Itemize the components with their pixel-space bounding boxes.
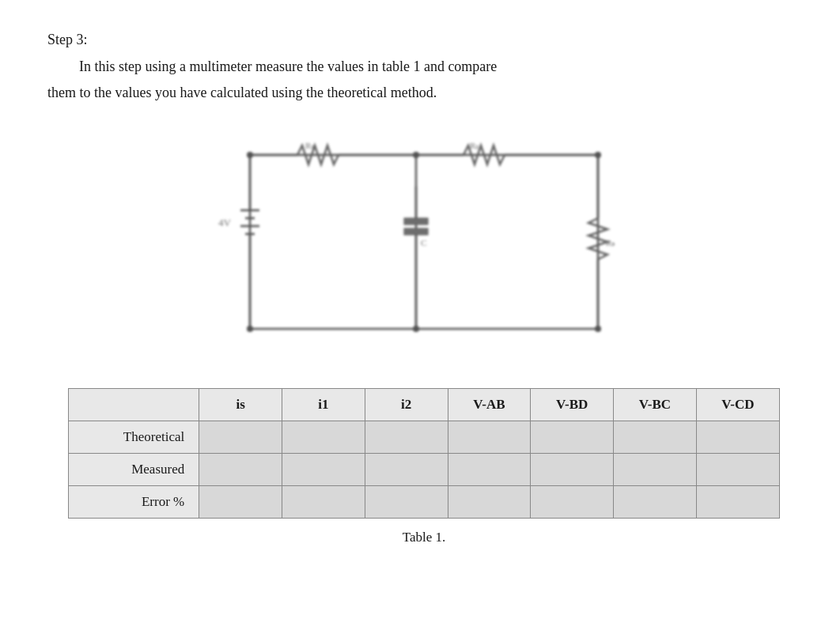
- svg-point-26: [247, 326, 253, 332]
- header-i2: i2: [365, 389, 448, 421]
- step-heading: Step 3:: [47, 32, 800, 48]
- table-cell: [365, 486, 448, 519]
- table-cell: [614, 421, 697, 454]
- table-caption: Table 1.: [403, 530, 446, 545]
- table-cell: [696, 454, 779, 486]
- step-body-line1: In this step using a multimeter measure …: [47, 56, 800, 77]
- table-cell: [365, 421, 448, 454]
- table-cell: [531, 454, 614, 486]
- table-cell: [199, 486, 282, 519]
- table-cell: [199, 421, 282, 454]
- table-cell: [282, 486, 365, 519]
- row-label: Error %: [69, 486, 199, 519]
- svg-point-27: [413, 326, 419, 332]
- svg-point-24: [413, 152, 419, 158]
- svg-point-25: [595, 152, 601, 158]
- svg-text:4V: 4V: [218, 217, 232, 228]
- circuit-diagram: 4V R₁ R₂ R₃ C: [195, 119, 653, 364]
- svg-rect-8: [404, 228, 428, 235]
- header-vab: V-AB: [448, 389, 531, 421]
- table-cell: [531, 421, 614, 454]
- table-cell: [448, 486, 531, 519]
- header-vcd: V-CD: [696, 389, 779, 421]
- table-cell: [614, 486, 697, 519]
- table-cell: [448, 454, 531, 486]
- svg-point-23: [247, 152, 253, 158]
- table-section: is i1 i2 V-AB V-BD V-BC V-CD Theoretical…: [68, 388, 780, 545]
- table-cell: [531, 486, 614, 519]
- svg-point-28: [595, 326, 601, 332]
- table-row: Error %: [69, 486, 780, 519]
- header-is: is: [199, 389, 282, 421]
- svg-text:R₃: R₃: [606, 238, 615, 247]
- table-cell: [282, 421, 365, 454]
- svg-rect-7: [404, 218, 428, 224]
- table-cell: [448, 421, 531, 454]
- table-cell: [614, 454, 697, 486]
- table-cell: [365, 454, 448, 486]
- svg-text:R₁: R₁: [305, 141, 314, 150]
- svg-text:C: C: [421, 238, 426, 247]
- table-cell: [199, 454, 282, 486]
- table-row: Theoretical: [69, 421, 780, 454]
- row-label: Theoretical: [69, 421, 199, 454]
- data-table: is i1 i2 V-AB V-BD V-BC V-CD Theoretical…: [68, 388, 780, 519]
- header-vbc: V-BC: [614, 389, 697, 421]
- table-cell: [696, 421, 779, 454]
- table-cell: [282, 454, 365, 486]
- table-cell: [696, 486, 779, 519]
- header-empty: [69, 389, 199, 421]
- table-row: Measured: [69, 454, 780, 486]
- header-i1: i1: [282, 389, 365, 421]
- table-header-row: is i1 i2 V-AB V-BD V-BC V-CD: [69, 389, 780, 421]
- row-label: Measured: [69, 454, 199, 486]
- step-body-line2: them to the values you have calculated u…: [47, 82, 800, 104]
- header-vbd: V-BD: [531, 389, 614, 421]
- svg-text:R₂: R₂: [470, 141, 479, 150]
